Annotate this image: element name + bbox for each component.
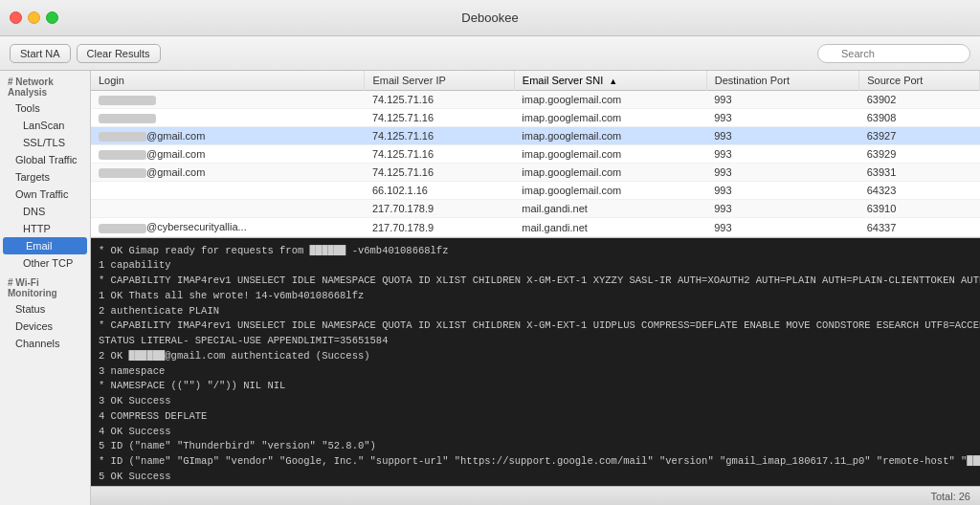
blurred-login <box>99 96 156 105</box>
cell-login <box>91 182 365 200</box>
log-line: * CAPABILITY IMAP4rev1 UNSELECT IDLE NAM… <box>99 274 972 289</box>
cell-src-port: 64337 <box>859 218 980 236</box>
sidebar-item-tools[interactable]: Tools <box>0 99 90 117</box>
table-row[interactable]: 217.70.178.9mail.gandi.net99363910 <box>91 200 980 218</box>
sidebar-item-devices[interactable]: Devices <box>0 318 90 335</box>
sidebar-item-lanscan[interactable]: LanScan <box>0 117 90 134</box>
cell-src-port: 63931 <box>859 164 980 182</box>
cell-ip: 74.125.71.16 <box>365 127 514 145</box>
log-line: 2 OK ██████@gmail.com authenticated (Suc… <box>99 349 972 364</box>
network-analysis-header: # Network Analysis <box>0 71 90 99</box>
content-area: Login Email Server IP Email Server SNI ▲… <box>91 71 980 505</box>
blurred-login <box>99 150 146 160</box>
cell-src-port: 64323 <box>859 182 980 200</box>
table-row[interactable]: 66.102.1.16imap.googlemail.com99364323 <box>91 182 980 200</box>
table-container: Login Email Server IP Email Server SNI ▲… <box>91 71 980 238</box>
log-line: * CAPABILITY IMAP4rev1 UNSELECT IDLE NAM… <box>99 318 972 334</box>
cell-dest-port: 993 <box>706 182 859 200</box>
log-line: * OK Gimap ready for requests from █████… <box>99 244 972 259</box>
cell-src-port: 63902 <box>859 91 980 109</box>
cell-sni: imap.googlemail.com <box>514 164 706 182</box>
cell-sni: imap.googlemail.com <box>514 91 706 109</box>
start-na-button[interactable]: Start NA <box>10 44 71 63</box>
table-row[interactable]: @gmail.com74.125.71.16imap.googlemail.co… <box>91 127 980 145</box>
log-line: * NAMESPACE (("") "/")) NIL NIL <box>99 379 972 394</box>
col-email-server-ip[interactable]: Email Server IP <box>365 71 514 91</box>
cell-sni: mail.gandi.net <box>514 218 706 236</box>
sidebar-item-http[interactable]: HTTP <box>0 220 90 237</box>
col-destination-port[interactable]: Destination Port <box>706 71 859 91</box>
log-line: 4 COMPRESS DEFLATE <box>99 409 972 425</box>
maximize-button[interactable] <box>46 11 58 24</box>
cell-ip: 217.70.178.9 <box>365 218 514 236</box>
sidebar-item-other-tcp[interactable]: Other TCP <box>0 254 90 272</box>
col-email-server-sni[interactable]: Email Server SNI ▲ <box>514 71 706 91</box>
table-body: 74.125.71.16imap.googlemail.com99363902 … <box>91 91 980 237</box>
wifi-monitoring-header: # Wi-Fi Monitoring <box>0 272 90 300</box>
cell-ip: 74.125.71.16 <box>365 109 514 127</box>
log-line: 3 namespace <box>99 364 972 380</box>
cell-dest-port: 993 <box>706 127 859 145</box>
blurred-login <box>99 168 146 178</box>
sidebar-item-ssltls[interactable]: SSL/TLS <box>0 134 90 151</box>
cell-dest-port: 993 <box>706 218 859 236</box>
table-row[interactable]: 74.125.71.16imap.googlemail.com99363908 <box>91 109 980 127</box>
cell-ip: 217.70.178.9 <box>365 200 514 218</box>
log-line: STATUS LITERAL- SPECIAL-USE APPENDLIMIT=… <box>99 334 972 349</box>
sidebar-item-targets[interactable]: Targets <box>0 168 90 186</box>
sidebar-item-own-traffic[interactable]: Own Traffic <box>0 186 90 203</box>
log-line: 5 ID ("name" "Thunderbird" "version" "52… <box>99 439 972 454</box>
table-header-row: Login Email Server IP Email Server SNI ▲… <box>91 71 980 91</box>
col-login[interactable]: Login <box>91 71 365 91</box>
total-count: Total: 26 <box>930 491 970 502</box>
blurred-login <box>99 114 156 123</box>
cell-login <box>91 109 365 127</box>
cell-sni: imap.googlemail.com <box>514 109 706 127</box>
titlebar: Debookee <box>0 0 980 36</box>
cell-sni: mail.gandi.net <box>514 200 706 218</box>
sidebar-item-status[interactable]: Status <box>0 300 90 318</box>
cell-src-port: 63910 <box>859 200 980 218</box>
col-source-port[interactable]: Source Port <box>859 71 980 91</box>
cell-dest-port: 993 <box>706 109 859 127</box>
log-line: 3 OK Success <box>99 394 972 409</box>
log-line: 5 OK Success <box>99 470 972 485</box>
table-row[interactable]: @gmail.com74.125.71.16imap.googlemail.co… <box>91 145 980 164</box>
sidebar-item-global-traffic[interactable]: Global Traffic <box>0 151 90 168</box>
window-controls[interactable] <box>10 11 58 24</box>
cell-sni: imap.googlemail.com <box>514 182 706 200</box>
cell-login <box>91 91 365 109</box>
minimize-button[interactable] <box>28 11 40 24</box>
table-row[interactable]: @cybersecurityallia...217.70.178.9mail.g… <box>91 218 980 236</box>
cell-login: @gmail.com <box>91 164 365 182</box>
log-line: 1 OK Thats all she wrote! 14-v6mb4010866… <box>99 289 972 304</box>
cell-dest-port: 993 <box>706 145 859 164</box>
sidebar-item-dns[interactable]: DNS <box>0 203 90 220</box>
log-line: 1 capability <box>99 258 972 274</box>
table-row[interactable]: @gmail.com74.125.71.16imap.googlemail.co… <box>91 164 980 182</box>
cell-src-port: 63929 <box>859 145 980 164</box>
log-line: 2 authenticate PLAIN <box>99 304 972 319</box>
clear-results-button[interactable]: Clear Results <box>77 44 161 63</box>
sidebar-item-email[interactable]: Email <box>3 237 87 254</box>
log-line: * ID ("name" "GImap" "vendor" "Google, I… <box>99 454 972 470</box>
status-bar: Total: 26 <box>91 486 980 505</box>
cell-ip: 74.125.71.16 <box>365 164 514 182</box>
cell-login: @cybersecurityallia... <box>91 218 365 236</box>
log-line: 4 OK Success <box>99 425 972 440</box>
cell-login <box>91 200 365 218</box>
cell-src-port: 63927 <box>859 127 980 145</box>
search-input[interactable] <box>817 44 970 63</box>
cell-ip: 74.125.71.16 <box>365 91 514 109</box>
app-title: Debookee <box>461 11 518 25</box>
table-row[interactable]: 74.125.71.16imap.googlemail.com99363902 <box>91 91 980 109</box>
toolbar: Start NA Clear Results <box>0 36 980 71</box>
sidebar: # Network Analysis Tools LanScan SSL/TLS… <box>0 71 91 505</box>
cell-login: @gmail.com <box>91 145 365 164</box>
close-button[interactable] <box>10 11 22 24</box>
sidebar-item-channels[interactable]: Channels <box>0 335 90 352</box>
log-area: * OK Gimap ready for requests from █████… <box>91 238 980 486</box>
cell-ip: 66.102.1.16 <box>365 182 514 200</box>
cell-dest-port: 993 <box>706 164 859 182</box>
cell-sni: imap.googlemail.com <box>514 145 706 164</box>
